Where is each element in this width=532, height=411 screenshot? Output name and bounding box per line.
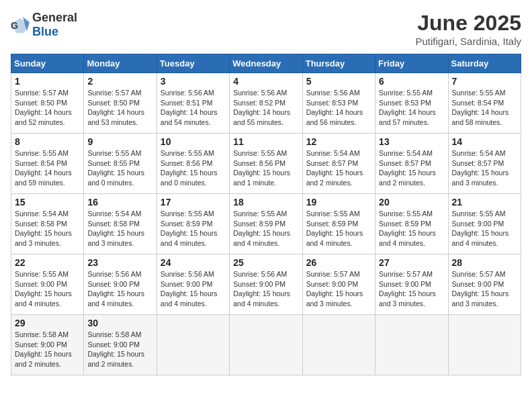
cell-info: Sunrise: 5:54 AMSunset: 8:58 PMDaylight:… [87,210,144,247]
cell-info: Sunrise: 5:55 AMSunset: 8:54 PMDaylight:… [452,89,509,126]
calendar-cell: 27 Sunrise: 5:57 AMSunset: 9:00 PMDaylig… [375,255,448,315]
cell-info: Sunrise: 5:57 AMSunset: 9:00 PMDaylight:… [452,270,509,308]
day-number: 17 [161,197,226,208]
calendar-week-3: 15 Sunrise: 5:54 AMSunset: 8:58 PMDaylig… [11,194,521,255]
calendar-cell: 6 Sunrise: 5:55 AMSunset: 8:53 PMDayligh… [375,73,448,134]
calendar-cell: 8 Sunrise: 5:55 AMSunset: 8:54 PMDayligh… [11,134,84,194]
calendar-cell: 11 Sunrise: 5:55 AMSunset: 8:56 PMDaylig… [230,134,302,194]
day-number: 6 [379,76,444,87]
day-number: 18 [233,197,298,208]
day-number: 21 [452,197,517,208]
day-number: 3 [161,76,226,87]
calendar-cell: 26 Sunrise: 5:57 AMSunset: 9:00 PMDaylig… [302,255,375,315]
cell-info: Sunrise: 5:55 AMSunset: 8:59 PMDaylight:… [306,210,363,247]
day-number: 8 [15,136,80,147]
calendar-cell: 23 Sunrise: 5:56 AMSunset: 9:00 PMDaylig… [84,255,157,315]
cell-info: Sunrise: 5:55 AMSunset: 8:59 PMDaylight:… [379,210,436,247]
cell-info: Sunrise: 5:55 AMSunset: 9:00 PMDaylight:… [15,270,72,308]
day-number: 29 [15,318,80,328]
calendar-cell: 16 Sunrise: 5:54 AMSunset: 8:58 PMDaylig… [84,194,157,255]
cell-info: Sunrise: 5:54 AMSunset: 8:58 PMDaylight:… [15,210,72,247]
calendar-table: SundayMondayTuesdayWednesdayThursdayFrid… [11,54,521,375]
calendar-cell: 15 Sunrise: 5:54 AMSunset: 8:58 PMDaylig… [11,194,84,255]
calendar-week-4: 22 Sunrise: 5:55 AMSunset: 9:00 PMDaylig… [11,255,521,315]
cell-info: Sunrise: 5:57 AMSunset: 8:50 PMDaylight:… [15,89,72,126]
day-number: 2 [87,76,152,87]
cell-info: Sunrise: 5:55 AMSunset: 8:56 PMDaylight:… [233,149,290,187]
day-number: 16 [87,197,152,208]
day-number: 1 [15,76,80,87]
calendar-cell: 24 Sunrise: 5:56 AMSunset: 9:00 PMDaylig… [157,255,229,315]
day-number: 28 [452,257,517,268]
day-number: 20 [379,197,444,208]
cell-info: Sunrise: 5:54 AMSunset: 8:57 PMDaylight:… [452,149,509,187]
cell-info: Sunrise: 5:56 AMSunset: 8:52 PMDaylight:… [233,89,290,126]
logo-general: General [32,11,77,24]
day-number: 5 [306,76,371,87]
calendar-cell: 17 Sunrise: 5:55 AMSunset: 8:59 PMDaylig… [157,194,229,255]
calendar-cell: 22 Sunrise: 5:55 AMSunset: 9:00 PMDaylig… [11,255,84,315]
calendar-cell: 21 Sunrise: 5:55 AMSunset: 9:00 PMDaylig… [448,194,521,255]
day-header-wednesday: Wednesday [230,54,302,73]
calendar-week-5: 29 Sunrise: 5:58 AMSunset: 9:00 PMDaylig… [11,315,521,375]
cell-info: Sunrise: 5:56 AMSunset: 8:53 PMDaylight:… [306,89,363,126]
day-header-tuesday: Tuesday [157,54,229,73]
cell-info: Sunrise: 5:55 AMSunset: 8:55 PMDaylight:… [87,149,144,187]
calendar-cell [302,315,375,375]
calendar-cell: 18 Sunrise: 5:55 AMSunset: 8:59 PMDaylig… [230,194,302,255]
calendar-cell: 5 Sunrise: 5:56 AMSunset: 8:53 PMDayligh… [302,73,375,134]
cell-info: Sunrise: 5:54 AMSunset: 8:57 PMDaylight:… [379,149,436,187]
cell-info: Sunrise: 5:54 AMSunset: 8:57 PMDaylight:… [306,149,363,187]
calendar-week-2: 8 Sunrise: 5:55 AMSunset: 8:54 PMDayligh… [11,134,521,194]
day-number: 12 [306,136,371,147]
day-header-thursday: Thursday [302,54,375,73]
day-number: 19 [306,197,371,208]
calendar-cell: 1 Sunrise: 5:57 AMSunset: 8:50 PMDayligh… [11,73,84,134]
logo: G General Blue [11,11,77,39]
calendar-cell [448,315,521,375]
calendar-cell: 14 Sunrise: 5:54 AMSunset: 8:57 PMDaylig… [448,134,521,194]
cell-info: Sunrise: 5:57 AMSunset: 9:00 PMDaylight:… [306,270,363,308]
calendar-cell: 20 Sunrise: 5:55 AMSunset: 8:59 PMDaylig… [375,194,448,255]
calendar-cell: 4 Sunrise: 5:56 AMSunset: 8:52 PMDayligh… [230,73,302,134]
title-area: June 2025 Putifigari, Sardinia, Italy [415,11,521,47]
cell-info: Sunrise: 5:55 AMSunset: 8:53 PMDaylight:… [379,89,436,126]
logo-text: General Blue [32,11,77,39]
calendar-cell: 25 Sunrise: 5:56 AMSunset: 9:00 PMDaylig… [230,255,302,315]
calendar-cell: 10 Sunrise: 5:55 AMSunset: 8:56 PMDaylig… [157,134,229,194]
calendar-cell: 9 Sunrise: 5:55 AMSunset: 8:55 PMDayligh… [84,134,157,194]
calendar-cell: 19 Sunrise: 5:55 AMSunset: 8:59 PMDaylig… [302,194,375,255]
day-header-monday: Monday [84,54,157,73]
calendar-cell: 13 Sunrise: 5:54 AMSunset: 8:57 PMDaylig… [375,134,448,194]
location-title: Putifigari, Sardinia, Italy [415,36,521,47]
cell-info: Sunrise: 5:55 AMSunset: 8:59 PMDaylight:… [161,210,218,247]
calendar-cell [157,315,229,375]
day-header-friday: Friday [375,54,448,73]
day-number: 30 [87,318,152,328]
calendar-cell [375,315,448,375]
cell-info: Sunrise: 5:56 AMSunset: 9:00 PMDaylight:… [233,270,290,308]
header: G General Blue June 2025 Putifigari, Sar… [11,11,521,47]
calendar-cell: 12 Sunrise: 5:54 AMSunset: 8:57 PMDaylig… [302,134,375,194]
day-number: 15 [15,197,80,208]
day-number: 22 [15,257,80,268]
cell-info: Sunrise: 5:55 AMSunset: 8:54 PMDaylight:… [15,149,72,187]
cell-info: Sunrise: 5:55 AMSunset: 9:00 PMDaylight:… [452,210,509,247]
day-number: 24 [161,257,226,268]
day-number: 7 [452,76,517,87]
cell-info: Sunrise: 5:57 AMSunset: 9:00 PMDaylight:… [379,270,436,308]
day-header-sunday: Sunday [11,54,84,73]
calendar-cell [230,315,302,375]
cell-info: Sunrise: 5:56 AMSunset: 9:00 PMDaylight:… [161,270,218,308]
month-title: June 2025 [415,11,521,36]
logo-blue: Blue [32,25,58,38]
logo-icon: G [11,15,30,34]
day-number: 11 [233,136,298,147]
cell-info: Sunrise: 5:58 AMSunset: 9:00 PMDaylight:… [87,330,144,368]
calendar-cell: 28 Sunrise: 5:57 AMSunset: 9:00 PMDaylig… [448,255,521,315]
day-number: 10 [161,136,226,147]
cell-info: Sunrise: 5:55 AMSunset: 8:59 PMDaylight:… [233,210,290,247]
day-number: 26 [306,257,371,268]
calendar-week-1: 1 Sunrise: 5:57 AMSunset: 8:50 PMDayligh… [11,73,521,134]
cell-info: Sunrise: 5:55 AMSunset: 8:56 PMDaylight:… [161,149,218,187]
